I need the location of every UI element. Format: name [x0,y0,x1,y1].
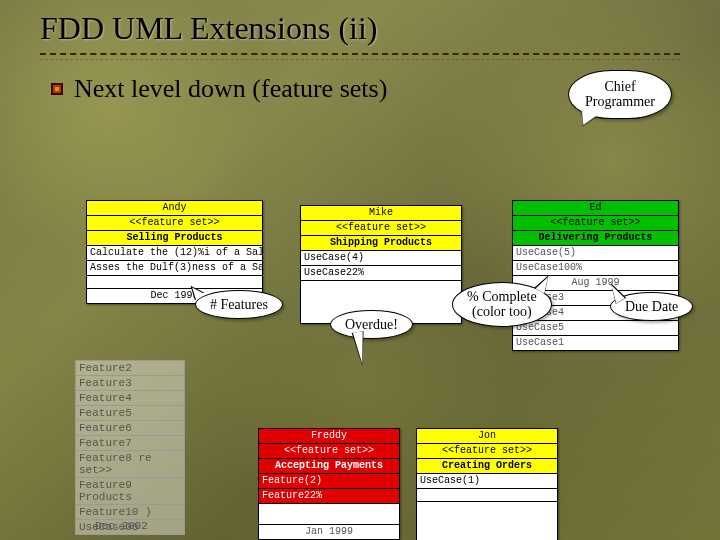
list-item: Feature2 [75,360,185,375]
card-stereotype: <<feature set>> [87,216,262,231]
feature-set-card: Andy <<feature set>> Selling Products Ca… [86,200,263,304]
callout-overdue: Overdue! [330,310,413,339]
callout-pct-complete: % Complete (color too) [452,282,552,327]
card-spacer [259,504,399,525]
list-item: Feature4 [75,390,185,405]
card-owner: Freddy [259,429,399,444]
list-item: Feature5 [75,405,185,420]
faded-feature-stack: Feature2 Feature3 Feature4 Feature5 Feat… [75,360,185,535]
feature-set-card: Mike <<feature set>> Shipping Products U… [300,205,462,324]
card-owner: Mike [301,206,461,221]
slide-surface: FDD UML Extensions (ii) Next level down … [0,0,720,540]
card-stereotype: <<feature set>> [417,444,557,459]
list-item: Feature10 ) [75,504,185,519]
title-divider [40,53,680,60]
card-feature-line: Feature22% [259,489,399,504]
callout-text: # Features [195,290,283,319]
card-feature-line: Asses the Dulf(3)ness of a Sale22% [87,261,262,276]
card-name: Accepting Payments [259,459,399,474]
bullet-icon [50,82,64,96]
stack-date: Dec 2002 [95,520,148,532]
feature-set-card: Ed <<feature set>> Delivering Products U… [512,200,679,351]
list-item: Feature7 [75,435,185,450]
card-feature-line: UseCase(1) [417,474,557,489]
feature-set-card: Jon <<feature set>> Creating Orders UseC… [416,428,558,540]
list-item: Feature6 [75,420,185,435]
callout-text: Overdue! [330,310,413,339]
card-owner: Ed [513,201,678,216]
card-stereotype: <<feature set>> [513,216,678,231]
card-owner: Jon [417,429,557,444]
card-feature-line: UseCase100% [513,261,678,276]
card-feature-line: Feature(2) [259,474,399,489]
card-stereotype: <<feature set>> [259,444,399,459]
slide-title: FDD UML Extensions (ii) [40,10,720,47]
callout-num-features: # Features [195,290,283,319]
feature-set-card: Freddy <<feature set>> Accepting Payment… [258,428,400,540]
card-date: Jan 1999 [259,525,399,539]
card-feature-line: Calculate the (12)%i of a Sal [87,246,262,261]
list-item: Feature8 re set>> [75,450,185,477]
callout-chief-programmer: Chief Programmer [568,70,672,119]
card-stereotype: <<feature set>> [301,221,461,236]
card-feature-line [417,489,557,502]
card-name: Delivering Products [513,231,678,246]
card-owner: Andy [87,201,262,216]
list-item: Feature9 Products [75,477,185,504]
list-item: Feature3 [75,375,185,390]
card-feature-line: UseCase(5) [513,246,678,261]
callout-due-date: Due Date [610,292,693,321]
card-spacer [87,276,262,289]
card-feature-line: UseCase1 [513,336,678,350]
card-feature-line: UseCase22% [301,266,461,281]
bullet-text: Next level down (feature sets) [74,74,387,104]
card-name: Selling Products [87,231,262,246]
card-spacer [417,502,557,540]
svg-rect-2 [55,87,59,91]
card-name: Creating Orders [417,459,557,474]
card-name: Shipping Products [301,236,461,251]
card-feature-line: UseCase(4) [301,251,461,266]
